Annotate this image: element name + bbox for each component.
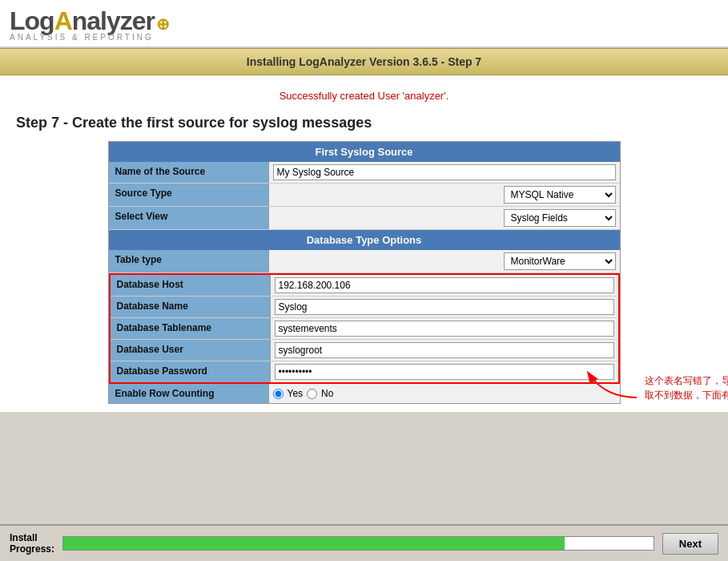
logo-subtitle: ANALYSIS & REPORTING: [10, 33, 169, 42]
db-user-row: Database User: [111, 340, 618, 361]
row-counting-radios: Yes No: [273, 388, 334, 399]
table-type-row: Table type MonitorWare Other: [109, 250, 620, 273]
row-counting-label: Enable Row Counting: [109, 384, 269, 403]
progress-label: InstallProgress:: [10, 532, 54, 555]
row-yes-label: Yes: [288, 388, 304, 399]
main-content: Successfully created User 'analyzer'. St…: [0, 75, 728, 412]
db-name-value: [271, 297, 618, 317]
step-banner: Installing LogAnalyzer Version 3.6.5 - S…: [0, 48, 728, 75]
db-tablename-input[interactable]: [275, 321, 614, 337]
name-row: Name of the Source: [109, 162, 620, 184]
source-type-select[interactable]: MYSQL Native PostgreSQL MSSQL: [504, 186, 616, 204]
table-type-value: MonitorWare Other: [269, 250, 620, 272]
annotation-area: 这个表名写错了，导致最后日志服务器获取不到数据，下面有排查步骤: [637, 373, 729, 402]
db-host-row: Database Host: [111, 275, 618, 297]
select-view-label: Select View: [109, 207, 269, 229]
select-view-value: Syslog Fields Default View: [269, 207, 620, 229]
db-password-row: Database Password: [111, 361, 618, 382]
db-name-label: Database Name: [111, 297, 271, 317]
db-tablename-row: Database Tablename: [111, 318, 618, 340]
db-host-value: [271, 275, 618, 296]
row-counting-yes-radio[interactable]: [273, 389, 284, 399]
db-tablename-value: [271, 318, 618, 339]
db-user-value: [271, 340, 618, 361]
select-view-row: Select View Syslog Fields Default View: [109, 207, 620, 230]
db-user-input[interactable]: [275, 342, 614, 358]
banner-title: Installing LogAnalyzer Version 3.6.5 - S…: [247, 55, 481, 68]
row-counting-row: Enable Row Counting Yes No: [109, 384, 620, 403]
row-counting-value: Yes No: [269, 384, 620, 403]
progress-bar-fill: [63, 537, 565, 550]
source-type-row: Source Type MYSQL Native PostgreSQL MSSQ…: [109, 184, 620, 207]
success-message: Successfully created User 'analyzer'.: [16, 83, 712, 108]
next-button[interactable]: Next: [662, 533, 718, 555]
section1-header: First Syslog Source: [109, 142, 620, 162]
annotation-text: 这个表名写错了，导致最后日志服务器获取不到数据，下面有排查步骤: [645, 373, 729, 402]
table-type-select[interactable]: MonitorWare Other: [504, 252, 616, 270]
logo-text: LogAnalyzer⊕: [10, 6, 169, 36]
db-name-row: Database Name: [111, 297, 618, 318]
row-no-label: No: [321, 388, 333, 399]
source-type-value: MYSQL Native PostgreSQL MSSQL: [269, 184, 620, 206]
select-view-select[interactable]: Syslog Fields Default View: [504, 209, 616, 227]
highlighted-fields: Database Host Database Name: [109, 273, 620, 384]
name-value: [269, 162, 620, 183]
db-name-input[interactable]: [275, 299, 614, 315]
db-user-label: Database User: [111, 340, 271, 361]
db-password-label: Database Password: [111, 361, 271, 382]
db-password-input[interactable]: [275, 364, 614, 380]
source-type-label: Source Type: [109, 184, 269, 206]
name-input[interactable]: [273, 164, 616, 180]
db-tablename-label: Database Tablename: [111, 318, 271, 339]
progress-bar-background: [62, 536, 654, 551]
row-counting-no-radio[interactable]: [307, 389, 317, 399]
table-type-label: Table type: [109, 250, 269, 272]
form-container: First Syslog Source Name of the Source S…: [108, 141, 621, 404]
page-title: Step 7 - Create the first source for sys…: [16, 115, 712, 131]
annotation-arrow: [581, 357, 645, 406]
db-host-input[interactable]: [275, 277, 614, 293]
header: LogAnalyzer⊕ ANALYSIS & REPORTING: [0, 0, 728, 48]
bottom-bar: InstallProgress: Next: [0, 524, 728, 561]
section2-header: Database Type Options: [109, 230, 620, 250]
name-label: Name of the Source: [109, 162, 269, 183]
db-password-value: [271, 361, 618, 382]
db-host-label: Database Host: [111, 275, 271, 296]
